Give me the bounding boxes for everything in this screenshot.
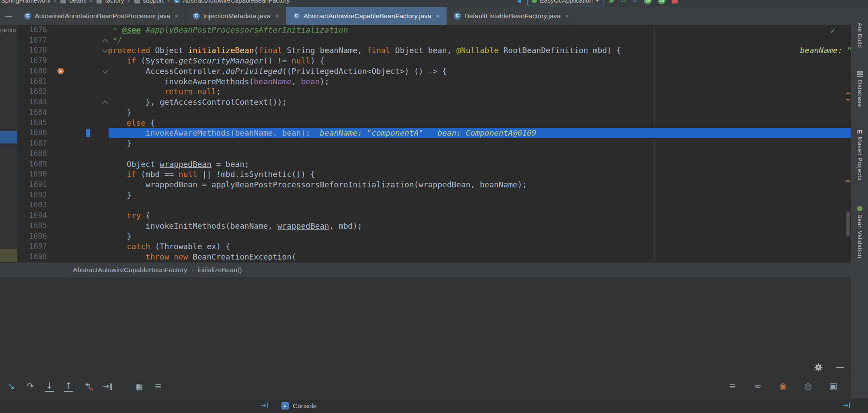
line-number[interactable]: 1692	[17, 190, 47, 200]
target-icon[interactable]: ◎	[803, 381, 813, 391]
close-icon[interactable]: ×	[436, 12, 440, 20]
hide-tool-window-icon[interactable]: —	[836, 363, 844, 372]
line-number[interactable]: 1696	[17, 231, 47, 242]
debug-marker-icon[interactable]	[57, 68, 64, 74]
line-number[interactable]: 1693	[17, 200, 47, 210]
error-stripe-mark[interactable]	[846, 93, 850, 94]
code-line-1698[interactable]: 1698 throw new BeanCreationException(	[17, 252, 851, 262]
nav-path-item-factory[interactable]: factory	[105, 0, 124, 4]
code-line-1689[interactable]: 1689 Object wrappedBean = bean;	[17, 159, 851, 170]
line-number[interactable]: 1694	[17, 210, 47, 221]
line-number[interactable]: 1690	[17, 169, 47, 180]
step-over-icon[interactable]: ↷	[25, 381, 36, 391]
code-line-1686[interactable]: 1686 invokeAwareMethods(beanName, bean);…	[17, 128, 851, 138]
line-number[interactable]: 1679	[17, 56, 47, 66]
mute-breakpoints-icon[interactable]: ≡	[153, 381, 163, 391]
tool-button-maven-projects[interactable]: mMaven Projects	[851, 129, 868, 180]
jrebel-debug-icon[interactable]: JR	[658, 0, 666, 4]
update-application-icon[interactable]: ↺	[632, 0, 638, 4]
line-number[interactable]: 1685	[17, 118, 47, 128]
code-line-1679[interactable]: 1679 if (System.getSecurityManager() != …	[17, 56, 851, 66]
line-number[interactable]: 1680	[17, 66, 47, 77]
rerun-icon[interactable]: ↻	[621, 0, 626, 4]
code-line-1693[interactable]: 1693	[17, 200, 851, 210]
code-line-1684[interactable]: 1684 }	[17, 107, 851, 118]
breadcrumb-class[interactable]: AbstractAutowireCapableBeanFactory	[73, 266, 187, 274]
run-to-cursor-icon[interactable]: →	[102, 381, 112, 391]
jrebel-run-icon[interactable]: JR	[644, 0, 652, 4]
code-line-1682[interactable]: 1682 return null;	[17, 87, 851, 97]
hide-panel-icon[interactable]: —	[5, 12, 12, 20]
record-icon[interactable]: ◉	[778, 381, 788, 391]
close-icon[interactable]: ×	[275, 12, 279, 20]
tab-InjectionMetadata.java[interactable]: CInjectionMetadata.java×	[186, 7, 286, 25]
inspections-ok-icon[interactable]: ✓	[830, 27, 836, 35]
jump-to-source-icon[interactable]: →	[843, 401, 850, 409]
step-out-icon[interactable]: ↑	[63, 380, 74, 392]
line-number[interactable]: 1681	[17, 77, 47, 87]
jump-to-output-icon[interactable]: →	[261, 401, 268, 409]
line-number[interactable]: 1697	[17, 241, 47, 252]
code-line-1691[interactable]: 1691 wrappedBean = applyBeanPostProcesso…	[17, 180, 851, 190]
code-line-1678[interactable]: 1678 protected Object initializeBean(fin…	[17, 45, 851, 56]
left-panel-inactive-selected-row[interactable]	[0, 249, 17, 262]
tab-AbstractAutowireCapableBeanFactory.java[interactable]: CAbstractAutowireCapableBeanFactory.java…	[286, 7, 447, 25]
line-number[interactable]: 1687	[17, 138, 47, 149]
run-button[interactable]: ▶	[610, 0, 615, 4]
left-panel-selected-row[interactable]	[0, 131, 17, 143]
step-into-icon[interactable]: ↓	[44, 380, 55, 392]
close-icon[interactable]: ×	[565, 12, 569, 20]
code-line-1685[interactable]: 1685 else {	[17, 118, 851, 128]
code-line-1677[interactable]: 1677 */	[17, 35, 851, 46]
code-line-1676[interactable]: 1676 * @see #applyBeanPostProcessorsAfte…	[17, 25, 851, 35]
code-line-1688[interactable]: 1688	[17, 149, 851, 159]
line-number[interactable]: 1688	[17, 149, 47, 159]
close-icon[interactable]: ×	[175, 12, 179, 20]
code-line-1683[interactable]: 1683 }, getAccessControlContext());	[17, 97, 851, 107]
line-number[interactable]: 1678	[17, 45, 47, 56]
back-icon[interactable]: ◀	[517, 0, 521, 4]
breadcrumb-method[interactable]: initializeBean()	[198, 266, 242, 274]
tool-button-bean-validation[interactable]: Bean Validation	[851, 206, 868, 258]
line-number[interactable]: 1695	[17, 221, 47, 231]
nav-path-item-AbstractAutowireCapableBeanFactory[interactable]: AbstractAutowireCapableBeanFactory	[183, 0, 290, 4]
stop-button[interactable]	[672, 0, 678, 3]
soft-wrap-icon[interactable]: ∞	[752, 381, 763, 391]
code-line-1696[interactable]: 1696 }	[17, 231, 851, 242]
nav-path-item-support[interactable]: support	[143, 0, 164, 4]
drop-frame-icon[interactable]: ↰ ×	[83, 381, 93, 391]
line-number[interactable]: 1682	[17, 87, 47, 97]
code-line-1690[interactable]: 1690 if (mbd == null || !mbd.isSynthetic…	[17, 169, 851, 180]
line-number[interactable]: 1683	[17, 97, 47, 107]
tool-button-database[interactable]: Database	[851, 71, 868, 107]
tab-AutowiredAnnotationBeanPostProcessor.java[interactable]: CAutowiredAnnotationBeanPostProcessor.ja…	[17, 7, 186, 25]
scroll-to-end-icon[interactable]: ≡	[727, 381, 738, 391]
line-number[interactable]: 1689	[17, 159, 47, 170]
nav-path-item-beans[interactable]: beans	[69, 0, 86, 4]
code-line-1694[interactable]: 1694 try {	[17, 210, 851, 221]
editor[interactable]: 1676 * @see #applyBeanPostProcessorsAfte…	[17, 25, 851, 262]
line-number[interactable]: 1676	[17, 25, 47, 35]
error-stripe-mark[interactable]	[846, 99, 850, 100]
code-line-1692[interactable]: 1692 }	[17, 190, 851, 200]
line-number[interactable]: 1698	[17, 252, 47, 262]
tool-button-ant-build[interactable]: Ant Build	[851, 23, 868, 48]
code-line-1680[interactable]: 1680 AccessController.doPrivileged((Priv…	[17, 66, 851, 77]
console-tab[interactable]: ▸ Console	[282, 398, 317, 413]
gear-icon[interactable]	[814, 363, 823, 372]
code-line-1697[interactable]: 1697 catch (Throwable ex) {	[17, 241, 851, 252]
line-number[interactable]: 1691	[17, 180, 47, 190]
line-number[interactable]: 1686	[17, 128, 47, 138]
code-line-1695[interactable]: 1695 invokeInitMethods(beanName, wrapped…	[17, 221, 851, 231]
tab-DefaultListableBeanFactory.java[interactable]: CDefaultListableBeanFactory.java×	[447, 7, 576, 25]
error-stripe-mark[interactable]	[846, 180, 850, 182]
window-layout-icon[interactable]: ▣	[828, 381, 838, 391]
show-execution-point-icon[interactable]: ↘	[6, 381, 17, 391]
scrollbar-thumb[interactable]	[846, 211, 850, 236]
line-number[interactable]: 1677	[17, 35, 47, 46]
view-breakpoints-icon[interactable]: ▦	[134, 381, 144, 391]
line-number[interactable]: 1684	[17, 107, 47, 118]
nav-path-item-SpringFramework[interactable]: SpringFramework	[1, 0, 50, 4]
run-configuration-select[interactable]: EasyOcApplication	[527, 0, 604, 6]
code-line-1681[interactable]: 1681 invokeAwareMethods(beanName, bean);	[17, 77, 851, 87]
